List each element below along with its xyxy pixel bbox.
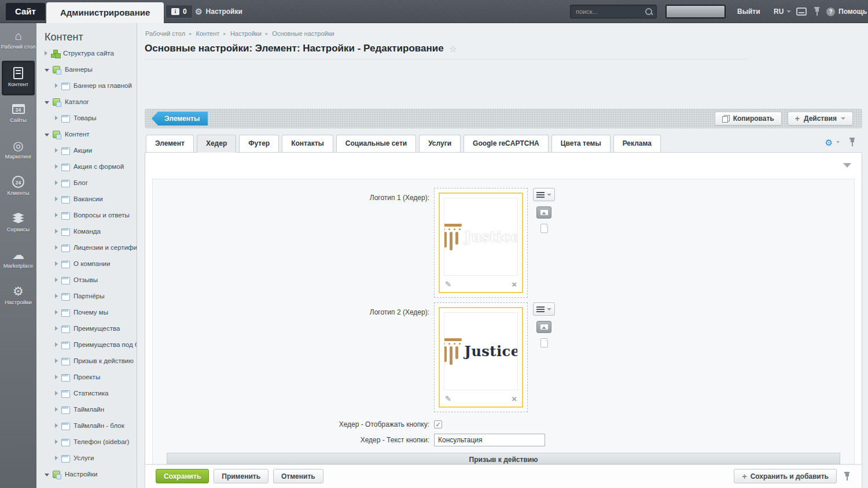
tree-item[interactable]: Преимущества под баннером xyxy=(36,337,137,353)
delete-image-icon[interactable]: × xyxy=(512,279,517,289)
chevron-right-icon[interactable] xyxy=(55,391,58,395)
tree-item[interactable]: Баннеры xyxy=(36,61,137,77)
image-menu-button[interactable] xyxy=(533,302,555,316)
save-and-add-button[interactable]: + Сохранить и добавить xyxy=(734,469,837,483)
topbar-settings-button[interactable]: ⚙ Настройки xyxy=(195,0,242,23)
site-tab[interactable]: Сайт xyxy=(6,3,45,20)
chevron-right-icon[interactable] xyxy=(45,51,47,56)
chevron-right-icon[interactable] xyxy=(55,116,58,120)
hotkeys-icon[interactable] xyxy=(796,8,807,16)
edit-image-icon[interactable]: ✎ xyxy=(445,394,451,403)
rail-item-marketing[interactable]: ◎Маркетинг xyxy=(0,133,36,169)
edit-image-icon[interactable]: ✎ xyxy=(445,280,451,289)
chevron-right-icon[interactable] xyxy=(55,83,58,88)
save-button[interactable]: Сохранить xyxy=(156,469,209,483)
pin-footer-icon[interactable] xyxy=(844,472,850,481)
tree-item[interactable]: Телефон (sidebar) xyxy=(36,434,137,450)
tree-item[interactable]: О компании xyxy=(36,256,137,272)
tree-item[interactable]: Призыв к действию xyxy=(36,353,137,369)
chevron-down-icon[interactable] xyxy=(45,101,49,104)
tab-7[interactable]: Цвета темы xyxy=(551,135,610,152)
rail-item-clients[interactable]: 24Клиенты xyxy=(0,169,36,206)
tab-4[interactable]: Социальные сети xyxy=(336,135,416,152)
tree-item[interactable]: Статистика xyxy=(36,385,137,401)
delete-image-icon[interactable]: × xyxy=(512,394,517,404)
logout-link[interactable]: Выйти xyxy=(737,0,760,23)
tab-1[interactable]: Хедер xyxy=(197,135,236,153)
chevron-right-icon[interactable] xyxy=(55,261,58,266)
tree-item[interactable]: Настройки xyxy=(36,466,137,482)
help-button[interactable]: ? Помощь xyxy=(826,0,867,23)
tree-item[interactable]: Контент xyxy=(36,126,137,142)
chevron-right-icon[interactable] xyxy=(55,358,58,363)
favorite-star-icon[interactable]: ☆ xyxy=(449,43,457,54)
notifications-badge[interactable]: i 0 xyxy=(165,5,193,19)
tab-0[interactable]: Элемент xyxy=(146,135,194,152)
chevron-down-icon[interactable] xyxy=(45,474,49,476)
chevron-right-icon[interactable] xyxy=(55,326,58,331)
cancel-button[interactable]: Отменить xyxy=(273,469,323,483)
chevron-right-icon[interactable] xyxy=(55,197,58,201)
tree-item[interactable]: Вакансии xyxy=(36,191,137,207)
chevron-right-icon[interactable] xyxy=(55,278,58,282)
tree-item[interactable]: Баннер на главной xyxy=(36,77,137,94)
chevron-right-icon[interactable] xyxy=(55,294,58,298)
tree-item[interactable]: Таймлайн xyxy=(36,401,137,417)
tree-item[interactable]: Преимущества xyxy=(36,320,137,337)
tree-item[interactable]: Структура сайта xyxy=(36,45,137,61)
tab-8[interactable]: Реклама xyxy=(613,135,661,152)
breadcrumb-item[interactable]: Настройки xyxy=(230,30,262,37)
chevron-right-icon[interactable] xyxy=(55,180,58,185)
chevron-right-icon[interactable] xyxy=(55,213,58,217)
breadcrumb-item[interactable]: Рабочий стол xyxy=(145,30,185,37)
chevron-right-icon[interactable] xyxy=(55,439,58,444)
tab-6[interactable]: Google reCAPTCHA xyxy=(464,135,549,152)
rail-item-services[interactable]: Сервисы xyxy=(0,206,36,242)
tab-2[interactable]: Футер xyxy=(239,135,279,152)
tree-item[interactable]: Почему мы xyxy=(36,304,137,320)
copy-button[interactable]: Копировать xyxy=(715,112,782,125)
file-icon[interactable] xyxy=(540,224,548,233)
chevron-right-icon[interactable] xyxy=(55,229,58,234)
chevron-right-icon[interactable] xyxy=(55,423,58,428)
show-button-checkbox[interactable]: ✓ xyxy=(434,420,442,428)
image-menu-button[interactable] xyxy=(533,188,555,201)
admin-tab[interactable]: Администрирование xyxy=(46,2,164,23)
tree-item[interactable]: Вопросы и ответы xyxy=(36,207,137,223)
tree-item[interactable]: Товары xyxy=(36,110,137,126)
chevron-down-icon[interactable] xyxy=(45,134,49,136)
tab-5[interactable]: Услуги xyxy=(419,135,461,152)
tree-item[interactable]: Акции xyxy=(36,142,137,158)
tree-item[interactable]: Каталог xyxy=(36,94,137,110)
file-icon[interactable] xyxy=(540,338,548,347)
chevron-right-icon[interactable] xyxy=(55,245,58,250)
tree-item[interactable]: Команда xyxy=(36,223,137,239)
elements-back-button[interactable]: Элементы xyxy=(152,112,208,125)
chevron-right-icon[interactable] xyxy=(55,342,58,347)
tree-item[interactable]: Таймлайн - блок xyxy=(36,417,137,434)
pin-icon[interactable] xyxy=(814,7,820,16)
image-view-button[interactable] xyxy=(536,206,551,219)
search-icon[interactable] xyxy=(645,8,653,16)
user-name-blurred[interactable] xyxy=(665,5,726,19)
chevron-right-icon[interactable] xyxy=(55,456,58,460)
chevron-right-icon[interactable] xyxy=(55,148,58,153)
chevron-right-icon[interactable] xyxy=(55,164,58,169)
tree-item[interactable]: Отзывы xyxy=(36,272,137,288)
chevron-right-icon[interactable] xyxy=(55,375,58,379)
rail-item-marketplace[interactable]: ☁Marketplace xyxy=(0,242,36,279)
tab-3[interactable]: Контакты xyxy=(282,135,333,152)
pin-form-icon[interactable] xyxy=(849,138,855,147)
rail-item-settings[interactable]: ⚙Настройки xyxy=(0,279,36,315)
tab-settings-gear-icon[interactable]: ⚙ xyxy=(825,138,833,147)
chevron-down-icon[interactable] xyxy=(836,141,840,143)
image-upload-area[interactable]: Justice ✎ × xyxy=(434,188,528,298)
search-input[interactable] xyxy=(570,5,657,19)
breadcrumb-item[interactable]: Основные настройки xyxy=(272,30,334,37)
tree-item[interactable]: Проекты xyxy=(36,369,137,385)
apply-button[interactable]: Применить xyxy=(214,469,269,483)
actions-button[interactable]: + Действия xyxy=(788,112,853,125)
breadcrumb-item[interactable]: Контент xyxy=(196,30,220,37)
collapse-section-icon[interactable] xyxy=(843,163,851,168)
chevron-right-icon[interactable] xyxy=(55,310,58,315)
